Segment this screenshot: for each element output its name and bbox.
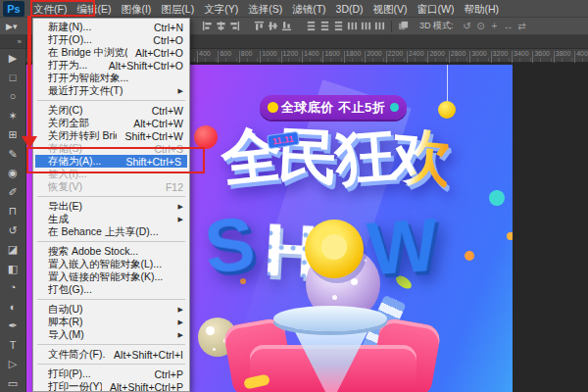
file-menu-item[interactable]: 在 Behance 上共享(D)... [33,225,189,238]
file-menu-item[interactable]: 打印(P)...Ctrl+P [33,368,189,380]
pen-tool[interactable]: ✒ [1,317,24,336]
letter-o-disc [305,220,364,278]
3d-mode-icons: ↺⊙+↔⇄ [461,21,529,31]
gradient-tool[interactable]: ◧ [1,260,24,279]
ruler-tick: 1000 [262,50,277,57]
align-middle-icon[interactable] [268,21,278,31]
distribute-left-icon[interactable] [347,21,358,31]
menubar-item[interactable]: 选择(S) [243,0,287,18]
ruler-tick: 3000 [471,50,487,57]
distribute-right-icon[interactable] [374,21,385,31]
file-menu-item[interactable]: 打开(O)...Ctrl+O [33,33,189,46]
file-menu-item: 恢复(V)F12 [33,180,189,193]
menubar-item[interactable]: 滤镜(T) [287,0,330,18]
file-menu-item[interactable]: 导出(E)▶ [33,200,189,213]
marquee-tool[interactable]: □ [1,69,24,88]
align-right-icon[interactable] [229,21,240,31]
poster-title: 全民狂欢 [173,116,497,198]
file-menu-item[interactable]: 打印一份(Y)Alt+Shift+Ctrl+P [33,380,189,392]
brush-tool[interactable]: ✐ [1,183,24,203]
align-center-horizontal-icon[interactable] [216,21,226,31]
file-menu-item[interactable]: 关闭并转到 Bridge...Shift+Ctrl+W [33,129,189,142]
ruler-tick: 1400 [304,50,319,57]
move-tool[interactable]: ▶ [1,49,24,69]
menu-bar-items: 文件(F)编辑(E)图像(I)图层(L)文字(Y)选择(S)滤镜(T)3D(D)… [28,0,504,17]
poster-subtitle-letter: S [201,206,258,285]
menubar-item[interactable]: 图像(I) [116,0,156,18]
ruler-tick: 400 [199,50,211,57]
ruler-tick: 2200 [388,50,404,57]
dodge-tool[interactable]: ◐ [1,298,24,318]
file-menu-item[interactable]: 文件简介(F)...Alt+Shift+Ctrl+I [33,348,189,361]
file-menu-item[interactable]: 生成▶ [33,213,189,225]
ruler-tick: 800 [241,50,253,57]
menu-separator [37,241,185,242]
menubar-item[interactable]: 图层(L) [156,0,199,18]
auto-align-icon[interactable] [398,21,409,31]
align-bottom-icon[interactable] [281,21,292,31]
lasso-tool[interactable]: ○ [1,87,24,107]
type-tool[interactable]: T [1,336,24,356]
title-char: 欢 [388,114,452,201]
file-menu-item[interactable]: 自动(U)▶ [33,303,189,316]
title-char: 狂 [332,114,395,200]
file-menu-item[interactable]: 最近打开文件(T)▶ [33,84,189,97]
eraser-tool[interactable]: ◪ [1,240,24,260]
path-selection-tool[interactable]: ▷ [1,355,24,374]
3d-mode-label: 3D 模式: [419,20,454,32]
file-menu-item[interactable]: 打开为...Alt+Shift+Ctrl+O [33,59,189,72]
3d-scale-icon[interactable]: ⇄ [515,21,529,31]
3d-pan-icon[interactable]: + [488,21,502,31]
blur-tool[interactable]: ◔ [1,278,24,298]
panel-collapse-icon[interactable]: » [0,35,25,49]
distribute-center-icon[interactable] [361,21,371,31]
menu-separator [37,299,185,300]
align-top-icon[interactable] [254,21,265,31]
current-tool-icon[interactable]: ▶▾ [6,22,25,31]
file-menu-dropdown: 新建(N)...Ctrl+N打开(O)...Ctrl+O在 Bridge 中浏览… [32,18,190,392]
file-menu-item[interactable]: 在 Bridge 中浏览(B)...Alt+Ctrl+O [33,46,189,59]
menubar-item[interactable]: 文字(Y) [199,0,243,18]
3d-roll-icon[interactable]: ⊙ [474,21,488,31]
3d-orbit-icon[interactable]: ↺ [461,21,474,31]
menubar-item[interactable]: 视图(V) [368,0,413,18]
distribute-middle-icon[interactable] [319,21,330,31]
shape-tool[interactable]: ▭ [1,374,24,392]
menubar-item[interactable]: 3D(D) [331,0,368,18]
distribute-top-icon[interactable] [306,21,317,31]
clone-stamp-tool[interactable]: ⊓ [1,202,24,221]
3d-slide-icon[interactable]: ↔ [502,21,515,31]
title-char: 民 [276,115,337,200]
file-menu-item[interactable]: 打包(G)... [33,283,189,296]
menubar-item[interactable]: 窗口(W) [413,0,460,18]
spot-healing-tool[interactable]: ◉ [1,164,24,183]
file-menu-item[interactable]: 关闭全部Alt+Ctrl+W [33,117,189,129]
magic-wand-tool[interactable]: ✶ [1,107,24,126]
file-menu-item[interactable]: 新建(N)...Ctrl+N [33,21,189,33]
ruler-tick: 3600 [534,50,550,57]
ruler-tick: 3800 [556,50,571,57]
file-menu-item[interactable]: 打开为智能对象... [33,72,189,84]
file-menu-item[interactable]: 关闭(C)Ctrl+W [33,104,189,117]
alignment-options: 3D 模式: ↺⊙+↔⇄ [202,18,529,34]
orange-dot [465,251,474,261]
align-left-icon[interactable] [202,21,213,31]
menu-separator [37,196,185,197]
title-char: 全 [218,113,282,201]
ruler-tick: 2400 [409,50,424,57]
pedestal-disk [273,306,387,331]
tool-list: ▶□○✶⊞✎◉✐⊓↺◪◧◔◐✒T▷▭ [0,49,25,392]
history-brush-tool[interactable]: ↺ [1,221,24,241]
file-menu-item[interactable]: 脚本(R)▶ [33,316,189,328]
file-menu-item[interactable]: 导入(M)▶ [33,328,189,341]
ruler-tick: 1800 [346,50,362,57]
tool-panel: » ▶□○✶⊞✎◉✐⊓↺◪◧◔◐✒T▷▭ [0,35,26,392]
distribute-bottom-icon[interactable] [333,21,344,31]
menu-separator [37,364,185,365]
file-menu-item[interactable]: 置入链接的智能对象(K)... [33,270,189,283]
ruler-tick: 1200 [283,50,299,57]
ruler-tick: 3400 [514,50,529,57]
file-menu-item[interactable]: 置入嵌入的智能对象(L)... [33,258,189,270]
menubar-item[interactable]: 帮助(H) [460,0,505,18]
file-menu-item[interactable]: 搜索 Adobe Stock... [33,245,189,258]
